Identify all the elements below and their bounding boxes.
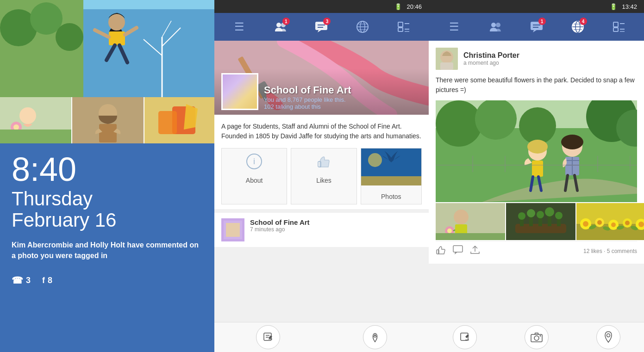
- page-header-info: School of Fine Art You and 8,767 people …: [264, 84, 351, 110]
- svg-rect-81: [613, 28, 618, 31]
- fb-divider-1: [214, 209, 429, 213]
- post-avatar: [221, 218, 244, 241]
- fb-bottom-bar: [214, 322, 429, 352]
- svg-rect-60: [226, 223, 240, 237]
- feed-list-nav[interactable]: [607, 15, 631, 38]
- info-icon: i: [246, 153, 263, 173]
- svg-point-136: [583, 221, 588, 227]
- facebook-status: f 8: [42, 276, 52, 285]
- list-nav-item[interactable]: [392, 15, 415, 38]
- facebook-count: 8: [48, 276, 52, 285]
- svg-point-156: [534, 336, 539, 340]
- feed-messages-badge: 1: [538, 18, 546, 25]
- about-button[interactable]: i About: [221, 148, 287, 204]
- feed-nav-bar: ☰ 1: [429, 13, 644, 41]
- feed-compose-button[interactable]: [453, 325, 477, 349]
- svg-rect-45: [398, 28, 403, 31]
- messages-nav-item[interactable]: 3: [310, 15, 333, 38]
- svg-rect-23: [0, 130, 71, 143]
- bottom-photo-3: [144, 97, 214, 143]
- hamburger-icon: ☰: [234, 20, 244, 33]
- svg-rect-1: [83, 9, 214, 97]
- lockscreen-date: February 16: [12, 210, 203, 231]
- svg-point-138: [597, 220, 602, 225]
- friends-badge: 1: [282, 18, 290, 25]
- likes-button[interactable]: Likes: [291, 148, 356, 204]
- photos-button[interactable]: Photos: [361, 148, 422, 204]
- feed-hamburger-icon: ☰: [449, 20, 459, 33]
- feed-footer-actions: [436, 245, 480, 257]
- feed-thumb-1: [436, 203, 505, 240]
- svg-point-142: [625, 221, 630, 225]
- pin-button[interactable]: [363, 325, 387, 349]
- svg-point-32: [276, 23, 281, 27]
- feed-post-footer: 12 likes · 5 comments: [436, 241, 637, 257]
- svg-marker-70: [533, 30, 537, 32]
- svg-point-157: [539, 335, 541, 337]
- facebook-icon: f: [42, 276, 45, 285]
- page-likes: You and 8,767 people like this.: [264, 96, 351, 103]
- like-button[interactable]: [436, 245, 446, 257]
- svg-point-18: [56, 23, 83, 51]
- facebook-feed-panel: 🔋 13:42 ☰ 1: [429, 0, 644, 352]
- feed-post-card[interactable]: Christina Porter a moment ago There were…: [429, 41, 644, 264]
- svg-point-107: [561, 135, 583, 149]
- svg-point-114: [454, 210, 469, 224]
- svg-marker-151: [455, 252, 457, 254]
- friends-nav-item[interactable]: 1: [269, 15, 292, 38]
- likes-label: Likes: [316, 177, 331, 184]
- post-stats: 12 likes · 5 comments: [583, 248, 637, 254]
- feed-messages-nav[interactable]: 1: [525, 15, 548, 38]
- feed-location-button[interactable]: [596, 325, 620, 349]
- feed-main-photo: [436, 100, 637, 202]
- feed-post-header: Christina Porter a moment ago: [436, 48, 637, 70]
- feed-status-bar: 🔋 13:42: [429, 0, 644, 13]
- status-time: 20:46: [406, 3, 422, 10]
- svg-marker-35: [318, 30, 321, 32]
- page-actions: i About Likes: [221, 148, 422, 204]
- photos-label: Photos: [381, 189, 401, 204]
- lockscreen-status-bar: ☎ 3 f 8: [12, 275, 203, 286]
- menu-nav-item[interactable]: ☰: [228, 15, 251, 38]
- svg-point-22: [13, 124, 19, 130]
- fb-post[interactable]: School of Fine Art 7 minutes ago: [214, 213, 429, 247]
- lockscreen-notification: Kim Abercrombie and Holly Holt have comm…: [12, 240, 203, 261]
- list-icon: [397, 21, 410, 32]
- svg-point-98: [527, 140, 548, 154]
- globe-nav-item[interactable]: [351, 15, 374, 38]
- svg-rect-95: [532, 161, 543, 177]
- page-body: A page for Students, Staff and Alumni of…: [214, 115, 429, 209]
- feed-compose-icon: [459, 332, 470, 343]
- pin-icon: [369, 332, 381, 343]
- share-button[interactable]: [470, 245, 480, 257]
- svg-point-7: [108, 14, 125, 31]
- post-time: 7 minutes ago: [250, 226, 422, 233]
- feed-globe-nav[interactable]: 4: [566, 15, 589, 38]
- camera-icon: [531, 332, 543, 342]
- svg-point-66: [374, 334, 376, 336]
- svg-rect-132: [506, 203, 575, 240]
- feed-camera-button[interactable]: [525, 325, 549, 349]
- svg-rect-150: [453, 246, 463, 252]
- feed-post-meta: Christina Porter a moment ago: [463, 51, 637, 66]
- feed-thumb-3: [576, 203, 644, 240]
- comment-button[interactable]: [453, 245, 463, 257]
- svg-rect-8: [109, 31, 125, 45]
- feed-list-icon: [613, 21, 625, 32]
- svg-point-91: [519, 107, 556, 144]
- feed-post-author: Christina Porter: [463, 51, 637, 60]
- lockscreen-info: 8:40 Thursday February 16 Kim Abercrombi…: [0, 143, 214, 352]
- feed-friends-nav[interactable]: [484, 15, 507, 38]
- feed-menu-nav[interactable]: ☰: [443, 15, 466, 38]
- fb-status-bar: 🔋 20:46: [214, 0, 429, 13]
- messages-badge: 3: [323, 18, 331, 25]
- svg-text:i: i: [253, 157, 255, 166]
- feed-status-time: 13:42: [622, 3, 637, 10]
- feed-post-text: There were some beautiful flowers in the…: [436, 75, 637, 95]
- compose-icon: [263, 332, 274, 343]
- post-name: School of Fine Art: [250, 218, 422, 226]
- feed-bottom-bar: [429, 322, 644, 352]
- feed-avatar: [436, 48, 458, 70]
- compose-button[interactable]: [256, 325, 280, 349]
- svg-point-20: [19, 107, 36, 124]
